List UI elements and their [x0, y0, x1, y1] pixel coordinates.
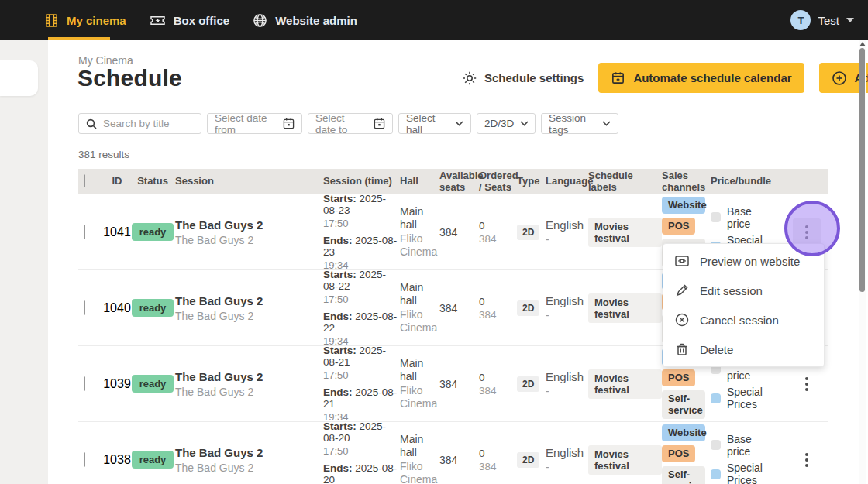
- nav-tab-my-cinema[interactable]: My cinema: [44, 13, 126, 28]
- globe-icon: [253, 13, 267, 28]
- session-subtitle: The Bad Guys 2: [175, 462, 322, 474]
- session-subtitle: The Bad Guys 2: [175, 310, 322, 322]
- row-actions-menu-button[interactable]: [793, 370, 821, 398]
- row-checkbox[interactable]: [84, 300, 85, 315]
- dimension-select[interactable]: 2D/3D: [477, 113, 536, 134]
- col-schedule-labels: Schedule labels: [588, 170, 662, 194]
- base-price-label: Base price: [727, 433, 765, 458]
- type-badge: 2D: [517, 300, 539, 316]
- menu-item-edit-session[interactable]: Edit session: [663, 276, 824, 305]
- ends-label: Ends:: [323, 311, 353, 322]
- special-prices-label: Special Prices: [727, 386, 765, 410]
- automate-button-label: Automate schedule calendar: [633, 71, 791, 84]
- scrollbar-thumb[interactable]: [859, 48, 865, 292]
- session-id: 1041: [103, 225, 131, 239]
- edit-icon: [674, 283, 690, 298]
- col-session: Session: [174, 176, 322, 187]
- preview-icon: [674, 253, 690, 269]
- session-title: The Bad Guys 2: [175, 370, 322, 383]
- nav-tab-website-admin[interactable]: Website admin: [253, 13, 357, 28]
- page-title: Schedule: [78, 65, 182, 91]
- seats-count: 384: [479, 233, 515, 245]
- search-field[interactable]: [78, 113, 202, 134]
- hall-select[interactable]: Select hall: [398, 113, 471, 134]
- avatar: T: [790, 10, 811, 30]
- gear-icon: [462, 70, 477, 86]
- filter-bar: Select date from Select date to Select h…: [78, 113, 618, 134]
- starts-label: Starts:: [323, 345, 356, 356]
- calendar-icon: [283, 118, 294, 129]
- row-actions-menu-button[interactable]: [793, 218, 821, 246]
- ordered-count: 0: [479, 296, 515, 307]
- col-type: Type: [515, 176, 545, 187]
- ends-label: Ends:: [323, 235, 353, 246]
- chevron-down-icon: [846, 18, 854, 22]
- special-prices-label: Special Prices: [727, 462, 765, 484]
- menu-item-preview-on-website[interactable]: Preview on website: [663, 246, 824, 276]
- row-checkbox[interactable]: [84, 376, 85, 391]
- starts-label: Starts:: [323, 193, 356, 204]
- session-title: The Bad Guys 2: [175, 218, 322, 232]
- select-all-checkbox[interactable]: [84, 174, 85, 187]
- date-from-picker[interactable]: Select date from: [207, 113, 302, 134]
- nav-tab-label: Website admin: [275, 14, 357, 27]
- left-rail: [0, 40, 48, 484]
- menu-item-label: Delete: [700, 343, 733, 356]
- automate-schedule-calendar-button[interactable]: Automate schedule calendar: [598, 63, 804, 93]
- film-icon: [44, 13, 59, 28]
- available-seats: 384: [439, 302, 457, 314]
- nav-tab-box-office[interactable]: Box office: [150, 14, 230, 27]
- user-name: Test: [818, 14, 839, 27]
- row-actions-menu-button[interactable]: [793, 446, 821, 474]
- row-checkbox[interactable]: [84, 225, 85, 239]
- language-note: -: [546, 461, 588, 473]
- search-icon: [86, 118, 97, 129]
- session-tags-select[interactable]: Session tags: [541, 113, 618, 134]
- session-title: The Bad Guys 2: [175, 294, 322, 307]
- schedule-label-badge: Movies festival: [588, 293, 662, 323]
- session-title: The Bad Guys 2: [175, 446, 322, 459]
- special-prices-checkbox[interactable]: [711, 393, 721, 403]
- date-to-placeholder: Select date to: [315, 112, 367, 136]
- schedule-label-badge: Movies festival: [588, 218, 662, 247]
- hall-select-value: Select hall: [406, 112, 449, 136]
- scrollbar[interactable]: [859, 40, 866, 484]
- channel-website-badge: Website: [662, 424, 705, 441]
- menu-item-cancel-session[interactable]: Cancel session: [663, 305, 824, 335]
- schedule-settings-button[interactable]: Schedule settings: [462, 70, 584, 86]
- cinema-name: Fliko Cinema: [400, 460, 438, 484]
- session-id: 1038: [103, 453, 131, 467]
- menu-item-delete[interactable]: Delete: [663, 335, 824, 364]
- base-price-label: Base price: [727, 205, 765, 230]
- row-checkbox[interactable]: [84, 452, 85, 467]
- calendar-icon: [374, 118, 385, 129]
- seats-count: 384: [479, 385, 515, 396]
- cinema-name: Fliko Cinema: [400, 232, 438, 259]
- menu-item-label: Edit session: [700, 284, 763, 297]
- base-price-checkbox[interactable]: [711, 212, 721, 222]
- session-tags-value: Session tags: [549, 112, 596, 136]
- ordered-count: 0: [479, 448, 515, 459]
- language-note: -: [546, 233, 588, 245]
- user-menu[interactable]: T Test: [790, 0, 854, 40]
- chevron-down-icon: [455, 121, 463, 126]
- col-hall: Hall: [398, 176, 438, 187]
- language: English: [546, 294, 588, 307]
- channel-self-service-badge: Self-service: [662, 390, 705, 419]
- scrollbar-up-arrow-icon[interactable]: [859, 42, 866, 46]
- search-input[interactable]: [103, 118, 194, 129]
- col-sales-channels: Sales channels: [662, 170, 707, 194]
- available-seats: 384: [439, 378, 457, 390]
- starts-time: 17:50: [323, 218, 398, 229]
- col-price-bundle: Price/bundle: [707, 176, 765, 187]
- dimension-select-value: 2D/3D: [484, 118, 514, 129]
- special-prices-checkbox[interactable]: [711, 469, 721, 479]
- top-navbar: My cinema Box office Website admin: [0, 0, 868, 40]
- date-to-picker[interactable]: Select date to: [308, 113, 393, 134]
- date-from-placeholder: Select date from: [215, 112, 277, 136]
- row-context-menu: Preview on website Edit session Cancel s…: [663, 243, 825, 367]
- hall-name: Main hall: [400, 357, 438, 384]
- session-subtitle: The Bad Guys 2: [175, 234, 322, 246]
- base-price-checkbox[interactable]: [711, 440, 721, 450]
- collapsed-panel: [0, 60, 38, 96]
